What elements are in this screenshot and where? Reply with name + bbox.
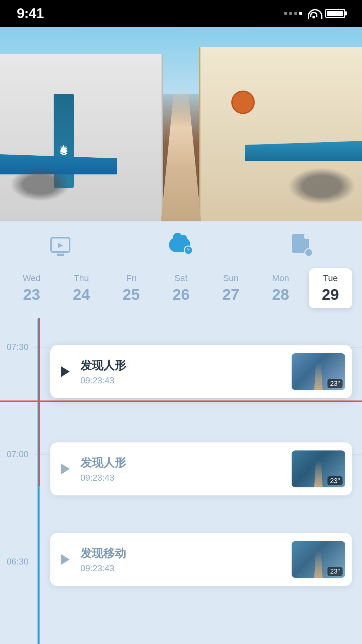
wifi-icon xyxy=(308,9,320,18)
thumbnail-scene: 23" xyxy=(292,541,345,578)
day-name-label: Tue xyxy=(323,273,338,283)
play-button-icon xyxy=(57,363,74,380)
battery-icon xyxy=(325,9,345,18)
day-name-label: Thu xyxy=(74,273,89,283)
event-title: 发现人形 xyxy=(80,455,292,471)
event-card-1[interactable]: 发现人形09:23:4323" xyxy=(50,345,352,398)
hero-image: 吉美香 xyxy=(0,27,362,221)
cloud-sync-button[interactable] xyxy=(168,231,194,258)
event-card-3[interactable]: 发现移动09:23:4323" xyxy=(50,533,352,586)
day-number-label: 27 xyxy=(222,285,239,304)
video-duration-badge: 23" xyxy=(327,567,343,576)
event-thumbnail: 23" xyxy=(292,541,345,578)
day-number-label: 24 xyxy=(73,285,90,304)
day-number-label: 28 xyxy=(272,285,289,304)
day-number-label: 29 xyxy=(322,285,339,304)
file-icon xyxy=(292,234,311,256)
current-time-v-line xyxy=(39,318,40,486)
status-icons xyxy=(284,9,345,18)
time-label-07:00: 07:00 xyxy=(7,449,28,460)
event-info: 发现人形09:23:43 xyxy=(80,358,292,386)
event-timestamp: 09:23:43 xyxy=(80,473,292,483)
motorcycle-right xyxy=(288,168,355,205)
signal-dots-icon xyxy=(284,12,302,15)
calendar-day-thu[interactable]: Thu24 xyxy=(60,268,103,308)
day-number-label: 26 xyxy=(172,285,189,304)
event-thumbnail: 23" xyxy=(292,353,345,390)
event-info: 发现移动09:23:43 xyxy=(80,546,292,574)
orange-sign-decoration xyxy=(231,91,255,114)
calendar-day-tue[interactable]: Tue29 xyxy=(309,268,352,308)
calendar-day-sat[interactable]: Sat26 xyxy=(159,268,203,308)
day-name-label: Sat xyxy=(174,273,187,283)
current-time-h-line xyxy=(0,400,362,402)
motorcycle-left xyxy=(10,168,70,201)
calendar-day-mon[interactable]: Mon28 xyxy=(259,268,302,308)
event-info: 发现人形09:23:43 xyxy=(80,455,292,483)
tv-icon xyxy=(50,237,70,253)
day-name-label: Sun xyxy=(223,273,238,283)
play-button-icon xyxy=(57,461,74,477)
play-triangle-icon xyxy=(61,366,70,377)
video-duration-badge: 23" xyxy=(327,476,343,485)
status-bar: 9:41 xyxy=(0,0,362,27)
event-timestamp: 09:23:43 xyxy=(80,563,292,574)
event-thumbnail: 23" xyxy=(292,450,345,487)
event-title: 发现移动 xyxy=(80,546,292,561)
status-time: 9:41 xyxy=(17,5,44,21)
calendar-day-sun[interactable]: Sun27 xyxy=(209,268,253,308)
thumbnail-scene: 23" xyxy=(292,450,345,487)
day-number-label: 25 xyxy=(123,285,140,304)
file-history-button[interactable] xyxy=(288,231,315,258)
timeline-container: 07:3007:0006:30发现人形09:23:4323"发现人形09:23:… xyxy=(0,318,362,644)
calendar-day-wed[interactable]: Wed23 xyxy=(10,268,53,308)
calendar-day-fri[interactable]: Fri25 xyxy=(109,268,153,308)
day-name-label: Mon xyxy=(272,273,289,283)
time-label-07:30: 07:30 xyxy=(7,342,28,352)
play-button-icon xyxy=(57,551,74,568)
time-label-06:30: 06:30 xyxy=(7,556,28,567)
cloud-icon xyxy=(169,235,193,255)
day-name-label: Fri xyxy=(126,273,136,283)
calendar-strip: Wed23Thu24Fri25Sat26Sun27Mon28Tue29 xyxy=(0,265,362,318)
play-triangle-icon xyxy=(61,464,70,474)
day-name-label: Wed xyxy=(23,273,41,283)
video-duration-badge: 23" xyxy=(327,379,343,388)
icon-bar xyxy=(0,221,362,265)
thumbnail-scene: 23" xyxy=(292,353,345,390)
day-number-label: 23 xyxy=(23,285,40,304)
event-title: 发现人形 xyxy=(80,358,292,373)
play-triangle-icon xyxy=(61,554,70,565)
event-card-2[interactable]: 发现人形09:23:4323" xyxy=(50,442,352,495)
event-timestamp: 09:23:43 xyxy=(80,375,292,386)
tv-play-button[interactable] xyxy=(47,231,74,258)
